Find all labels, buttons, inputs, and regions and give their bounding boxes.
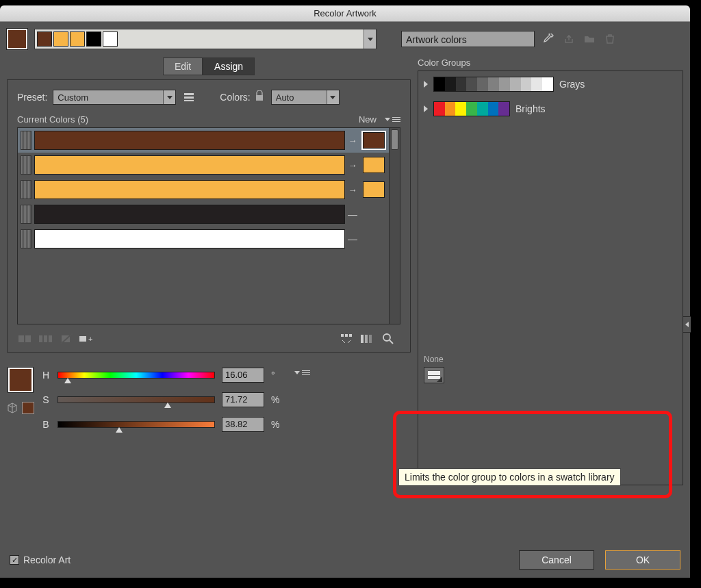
row-handle[interactable]	[21, 205, 31, 224]
eyedropper-icon[interactable]	[541, 32, 555, 46]
arrow-icon[interactable]: →	[345, 136, 360, 146]
new-row-icon[interactable]: +	[79, 333, 95, 345]
color-assignment-list: → → → — —	[17, 127, 400, 324]
active-color-swatch[interactable]	[7, 29, 27, 49]
color-group-row[interactable]: Grays	[424, 77, 677, 92]
bri-value[interactable]: 38.82	[222, 417, 264, 432]
color-row[interactable]: →	[18, 128, 389, 153]
hue-label: H	[41, 370, 51, 381]
slider-menu-icon[interactable]	[294, 370, 310, 442]
randomize-order-icon[interactable]	[339, 333, 355, 345]
trash-icon	[603, 32, 617, 46]
no-assign-icon: —	[345, 233, 360, 244]
current-color-bar[interactable]	[34, 229, 345, 248]
color-group-name: Brights	[515, 103, 546, 114]
recolor-dialog: Recolor Artwork Artwork colors	[0, 5, 690, 578]
svg-rect-18	[369, 335, 372, 343]
recolor-art-label: Recolor Art	[23, 554, 71, 565]
color-groups-panel: GraysBrights None	[418, 71, 683, 485]
color-row[interactable]: —	[18, 227, 389, 251]
row-handle[interactable]	[21, 155, 31, 175]
collapse-groups-tab[interactable]	[683, 316, 691, 333]
sat-value[interactable]: 71.72	[222, 392, 264, 407]
svg-rect-6	[39, 335, 42, 342]
svg-rect-11	[79, 336, 86, 342]
colors-select[interactable]: Auto	[271, 90, 340, 105]
strip-swatch[interactable]	[86, 31, 101, 47]
preset-options-icon[interactable]	[181, 90, 196, 105]
color-group-name: Grays	[559, 79, 585, 90]
current-color-bar[interactable]	[34, 205, 345, 224]
list-scrollbar[interactable]	[389, 128, 400, 324]
svg-rect-7	[44, 335, 47, 342]
row-handle[interactable]	[21, 180, 31, 199]
folder-icon	[583, 32, 596, 46]
svg-rect-0	[184, 93, 194, 95]
svg-rect-8	[49, 335, 52, 342]
new-color-swatch[interactable]	[363, 132, 385, 149]
list-menu-icon[interactable]	[385, 117, 400, 122]
current-colors-label: Current Colors (5)	[17, 114, 88, 125]
color-row[interactable]: →	[18, 177, 389, 202]
current-color-strip[interactable]	[34, 29, 377, 49]
new-label: New	[359, 114, 377, 125]
ok-button[interactable]: OK	[605, 550, 680, 570]
tab-assign[interactable]: Assign	[203, 57, 255, 75]
preset-label: Preset:	[17, 92, 47, 103]
save-group-icon	[562, 32, 576, 46]
row-handle[interactable]	[21, 229, 31, 248]
arrow-icon[interactable]: →	[345, 160, 360, 170]
color-row[interactable]: —	[18, 202, 389, 227]
strip-swatch[interactable]	[53, 31, 68, 47]
svg-rect-4	[18, 335, 24, 342]
bri-label: B	[41, 419, 51, 430]
svg-rect-16	[361, 335, 364, 343]
current-color-bar[interactable]	[34, 155, 345, 175]
color-group-row[interactable]: Brights	[424, 101, 677, 116]
current-color-bar[interactable]	[34, 180, 345, 199]
recolor-art-checkbox[interactable]: ✓ Recolor Art	[10, 554, 71, 565]
svg-rect-5	[25, 335, 31, 342]
arrow-icon[interactable]: →	[345, 185, 360, 195]
tab-edit[interactable]: Edit	[163, 57, 203, 75]
out-of-gamut-swatch[interactable]	[22, 402, 34, 414]
strip-swatch[interactable]	[70, 31, 85, 47]
row-handle[interactable]	[21, 131, 31, 150]
randomize-sat-icon[interactable]	[359, 333, 376, 345]
current-color-bar[interactable]	[34, 131, 345, 150]
strip-swatch[interactable]	[37, 31, 52, 47]
swatch-library-button[interactable]	[424, 367, 444, 383]
bri-slider[interactable]	[58, 421, 215, 428]
strip-swatch[interactable]	[103, 31, 118, 47]
hue-slider[interactable]	[58, 372, 215, 379]
sat-slider[interactable]	[58, 396, 215, 403]
lock-icon	[255, 90, 266, 104]
svg-rect-2	[184, 100, 194, 101]
svg-rect-13	[341, 334, 344, 337]
color-groups-label: Color Groups	[418, 57, 683, 68]
swatch-library-none-label: None	[424, 355, 444, 364]
new-color-swatch[interactable]	[363, 181, 385, 198]
color-row[interactable]: →	[18, 153, 389, 177]
svg-text:+: +	[88, 335, 92, 343]
hue-value[interactable]: 16.06	[222, 368, 264, 383]
cancel-button[interactable]: Cancel	[519, 550, 594, 570]
swatch-library-tooltip: Limits the color group to colors in a sw…	[398, 468, 621, 486]
color-model-icon[interactable]	[7, 402, 18, 413]
exclude-color-icon	[58, 333, 75, 345]
new-color-swatch[interactable]	[363, 157, 385, 173]
merge-colors-icon	[17, 333, 34, 345]
expand-icon[interactable]	[424, 105, 428, 112]
svg-rect-3	[256, 95, 263, 101]
svg-rect-15	[349, 334, 352, 337]
svg-rect-17	[365, 335, 368, 343]
color-strip-dropdown[interactable]	[364, 29, 376, 49]
colors-label: Colors:	[220, 92, 250, 103]
find-in-artwork-icon[interactable]	[380, 333, 396, 345]
svg-point-19	[383, 334, 390, 341]
svg-rect-14	[345, 334, 348, 337]
artwork-colors-field[interactable]: Artwork colors	[401, 31, 535, 47]
window-title: Recolor Artwork	[0, 5, 690, 22]
expand-icon[interactable]	[424, 81, 428, 88]
preset-select[interactable]: Custom	[53, 90, 176, 105]
